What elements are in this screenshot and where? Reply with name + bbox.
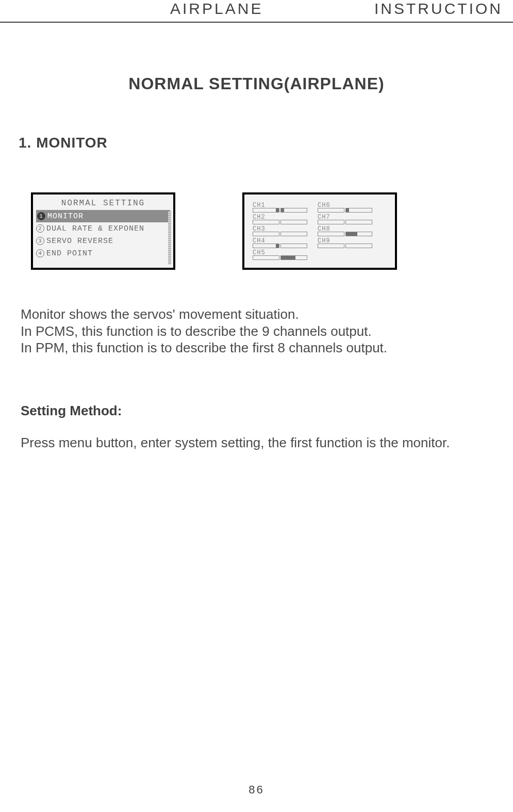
- lcd-channel: CH2: [253, 214, 307, 224]
- page-title: NORMAL SETTING(AIRPLANE): [0, 74, 513, 93]
- page: AIRPLANE INSTRUCTION NORMAL SETTING(AIRP…: [0, 0, 513, 812]
- lcd-channel-label: CH8: [318, 225, 372, 232]
- lcd-menu-screen: NORMAL SETTING 1 MONITOR 2 DUAL RATE & E…: [31, 192, 175, 270]
- lcd-channel: CH9: [318, 237, 372, 248]
- lcd-channel-label: CH4: [253, 237, 307, 243]
- setting-method-paragraph: Press menu button, enter system setting,…: [21, 434, 492, 452]
- lcd-channel: CH8: [318, 225, 372, 236]
- lcd-menu-num: 1: [37, 212, 45, 220]
- lcd-menu-label: END POINT: [46, 249, 93, 258]
- page-number: 86: [0, 783, 513, 797]
- lcd-channel-column-left: CH1 CH2 CH3 CH4: [253, 202, 307, 260]
- lcd-menu-item: 3 SERVO REVERSE: [36, 235, 170, 247]
- lcd-channel: CH6: [318, 202, 372, 213]
- lcd-scrollbar: [168, 211, 171, 265]
- lcd-channel: CH7: [318, 214, 372, 224]
- lcd-menu-label: SERVO REVERSE: [46, 237, 113, 246]
- lcd-channel: CH1: [253, 202, 307, 213]
- lcd-channel-label: CH5: [253, 249, 307, 255]
- lcd-menu-label: MONITOR: [47, 212, 84, 221]
- lcd-menu-item: 4 END POINT: [36, 247, 170, 259]
- description-line: In PCMS, this function is to describe th…: [21, 323, 492, 340]
- header-right: INSTRUCTION: [374, 0, 503, 18]
- lcd-channel-label: CH1: [253, 202, 307, 208]
- setting-method-heading: Setting Method:: [21, 403, 492, 419]
- lcd-channel-label: CH7: [318, 214, 372, 220]
- page-header: AIRPLANE INSTRUCTION: [0, 0, 513, 23]
- lcd-channel-label: CH3: [253, 225, 307, 232]
- lcd-channel: CH3: [253, 225, 307, 236]
- lcd-channel: CH4: [253, 237, 307, 248]
- description-line: Monitor shows the servos' movement situa…: [21, 306, 492, 323]
- header-left: AIRPLANE: [170, 0, 263, 18]
- lcd-menu-num: 3: [36, 237, 44, 245]
- lcd-menu-label: DUAL RATE & EXPONEN: [46, 224, 144, 233]
- description-paragraph: Monitor shows the servos' movement situa…: [21, 306, 492, 356]
- lcd-channel-label: CH2: [253, 214, 307, 220]
- lcd-channel: CH5: [253, 249, 307, 260]
- lcd-channel-label: CH9: [318, 237, 372, 243]
- description-line: In PPM, this function is to describe the…: [21, 339, 492, 356]
- lcd-menu-num: 4: [36, 249, 44, 257]
- lcd-monitor-screen: CH1 CH2 CH3 CH4: [242, 192, 397, 270]
- lcd-channel-label: CH6: [318, 202, 372, 208]
- lcd-menu-item: 2 DUAL RATE & EXPONEN: [36, 222, 170, 235]
- lcd-menu-title: NORMAL SETTING: [36, 199, 170, 208]
- lcd-menu-num: 2: [36, 224, 44, 233]
- lcd-channel-column-right: CH6 CH7 CH8 CH9: [318, 202, 372, 260]
- lcd-screenshots: NORMAL SETTING 1 MONITOR 2 DUAL RATE & E…: [31, 192, 513, 270]
- section-heading: 1. MONITOR: [19, 135, 513, 151]
- lcd-menu-item-selected: 1 MONITOR: [36, 210, 170, 222]
